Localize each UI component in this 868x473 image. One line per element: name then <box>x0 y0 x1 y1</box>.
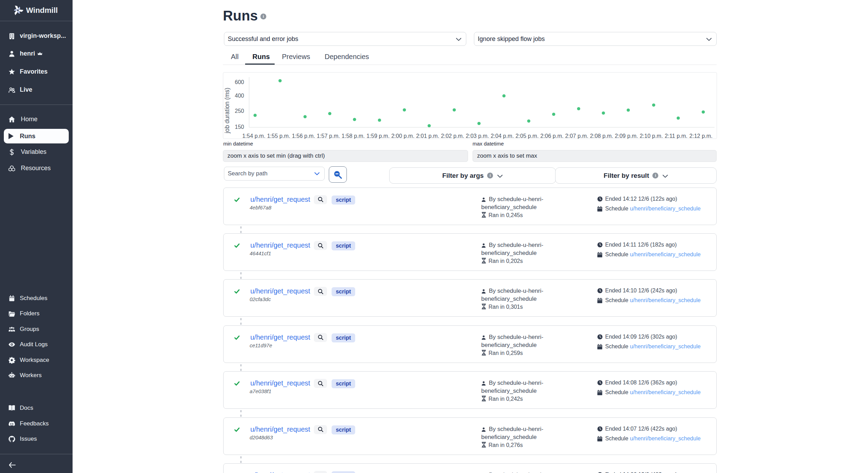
svg-text:2:03 p.m.: 2:03 p.m. <box>466 133 489 139</box>
svg-text:150: 150 <box>235 124 244 130</box>
svg-text:2:08 p.m.: 2:08 p.m. <box>590 133 613 139</box>
svg-text:2:11 p.m.: 2:11 p.m. <box>665 133 688 139</box>
svg-text:2:01 p.m.: 2:01 p.m. <box>416 133 439 139</box>
svg-text:400: 400 <box>235 93 244 99</box>
svg-text:1:58 p.m.: 1:58 p.m. <box>342 133 365 139</box>
svg-text:2:09 p.m.: 2:09 p.m. <box>615 133 638 139</box>
svg-text:2:06 p.m.: 2:06 p.m. <box>540 133 564 139</box>
svg-text:1:54 p.m.: 1:54 p.m. <box>242 133 266 139</box>
svg-text:1:55 p.m.: 1:55 p.m. <box>267 133 290 139</box>
svg-text:2:12 p.m.: 2:12 p.m. <box>690 133 713 139</box>
svg-text:2:00 p.m.: 2:00 p.m. <box>391 133 415 139</box>
svg-text:2:02 p.m.: 2:02 p.m. <box>441 133 464 139</box>
svg-text:2:10 p.m.: 2:10 p.m. <box>640 133 663 139</box>
svg-text:1:59 p.m.: 1:59 p.m. <box>366 133 390 139</box>
svg-text:600: 600 <box>235 79 244 85</box>
svg-text:job duration (ms): job duration (ms) <box>224 88 231 133</box>
svg-text:2:04 p.m.: 2:04 p.m. <box>491 133 514 139</box>
svg-text:2:05 p.m.: 2:05 p.m. <box>516 133 539 139</box>
svg-text:250: 250 <box>235 108 244 114</box>
svg-text:1:57 p.m.: 1:57 p.m. <box>317 133 340 139</box>
svg-text:2:07 p.m.: 2:07 p.m. <box>565 133 589 139</box>
svg-text:1:56 p.m.: 1:56 p.m. <box>292 133 315 139</box>
